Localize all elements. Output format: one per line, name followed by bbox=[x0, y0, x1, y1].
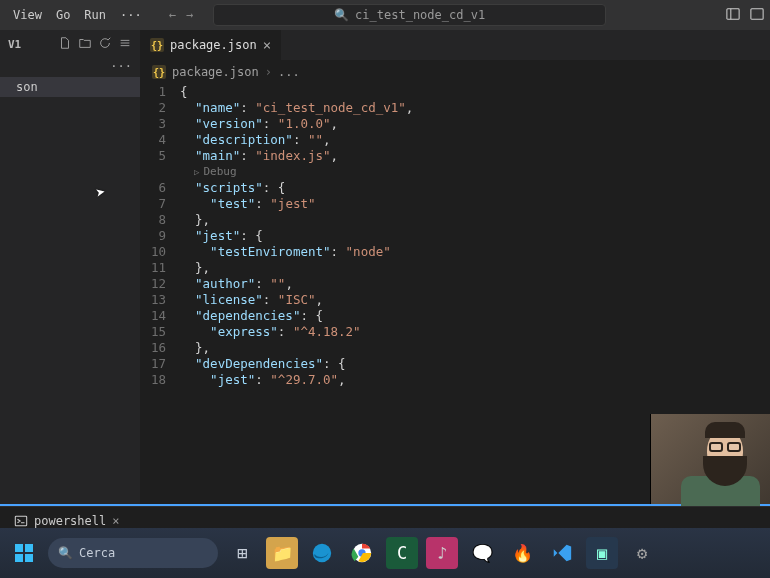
taskbar-app-edge[interactable] bbox=[306, 537, 338, 569]
taskbar-app-chrome[interactable] bbox=[346, 537, 378, 569]
nav-back-icon[interactable]: ← bbox=[169, 8, 176, 22]
taskbar-app-generic-2[interactable]: ♪ bbox=[426, 537, 458, 569]
windows-taskbar: 🔍 Cerca ⊞ 📁 C ♪ 🗨️ 🔥 ▣ ⚙ bbox=[0, 528, 770, 578]
code-line[interactable]: 18 "jest": "^29.7.0", bbox=[140, 372, 770, 388]
terminal-tab-label: powershell bbox=[34, 514, 106, 528]
tab-filename: package.json bbox=[170, 38, 257, 52]
taskbar-app-generic-6[interactable]: ⚙ bbox=[626, 537, 658, 569]
webcam-overlay bbox=[650, 414, 770, 504]
task-view-icon[interactable]: ⊞ bbox=[226, 537, 258, 569]
new-file-icon[interactable] bbox=[58, 36, 72, 53]
file-item-package-json[interactable]: son bbox=[0, 77, 140, 97]
tab-package-json[interactable]: {} package.json × bbox=[140, 30, 281, 60]
editor-tab-bar: {} package.json × bbox=[140, 30, 770, 60]
code-line[interactable]: 13 "license": "ISC", bbox=[140, 292, 770, 308]
chevron-right-icon: › bbox=[265, 65, 272, 79]
code-line[interactable]: 6 "scripts": { bbox=[140, 180, 770, 196]
code-line[interactable]: 3 "version": "1.0.0", bbox=[140, 116, 770, 132]
code-line[interactable]: 2 "name": "ci_test_node_cd_v1", bbox=[140, 100, 770, 116]
layout-sidebar-icon[interactable] bbox=[750, 7, 764, 24]
code-line[interactable]: 7 "test": "jest" bbox=[140, 196, 770, 212]
taskbar-app-generic-1[interactable]: C bbox=[386, 537, 418, 569]
code-line[interactable]: 11 }, bbox=[140, 260, 770, 276]
menu-overflow[interactable]: ··· bbox=[113, 8, 149, 22]
svg-rect-5 bbox=[25, 544, 33, 552]
code-line[interactable]: 8 }, bbox=[140, 212, 770, 228]
taskbar-app-generic-5[interactable]: ▣ bbox=[586, 537, 618, 569]
taskbar-search-placeholder: Cerca bbox=[79, 546, 115, 560]
svg-rect-0 bbox=[727, 8, 739, 19]
search-icon: 🔍 bbox=[58, 546, 73, 560]
title-bar: View Go Run ··· ← → 🔍 ci_test_node_cd_v1 bbox=[0, 0, 770, 30]
codelens-debug[interactable]: ▷ Debug bbox=[140, 164, 770, 180]
json-file-icon: {} bbox=[150, 38, 164, 52]
refresh-icon[interactable] bbox=[98, 36, 112, 53]
code-line[interactable]: 15 "express": "^4.18.2" bbox=[140, 324, 770, 340]
json-file-icon: {} bbox=[152, 65, 166, 79]
explorer-title: V1 bbox=[8, 38, 21, 51]
breadcrumb-more: ... bbox=[278, 65, 300, 79]
taskbar-search[interactable]: 🔍 Cerca bbox=[48, 538, 218, 568]
taskbar-app-generic-3[interactable]: 🗨️ bbox=[466, 537, 498, 569]
code-line[interactable]: 12 "author": "", bbox=[140, 276, 770, 292]
code-line[interactable]: 10 "testEnviroment": "node" bbox=[140, 244, 770, 260]
code-line[interactable]: 14 "dependencies": { bbox=[140, 308, 770, 324]
search-label: ci_test_node_cd_v1 bbox=[355, 8, 485, 22]
search-icon: 🔍 bbox=[334, 8, 349, 22]
svg-rect-6 bbox=[15, 554, 23, 562]
menu-item-view[interactable]: View bbox=[6, 8, 49, 22]
sidebar-more-button[interactable]: ··· bbox=[0, 59, 140, 77]
code-line[interactable]: 16 }, bbox=[140, 340, 770, 356]
collapse-icon[interactable] bbox=[118, 36, 132, 53]
menu-item-go[interactable]: Go bbox=[49, 8, 77, 22]
code-line[interactable]: 4 "description": "", bbox=[140, 132, 770, 148]
start-button[interactable] bbox=[8, 537, 40, 569]
code-line[interactable]: 5 "main": "index.js", bbox=[140, 148, 770, 164]
nav-forward-icon[interactable]: → bbox=[186, 8, 193, 22]
close-tab-icon[interactable]: × bbox=[263, 37, 271, 53]
svg-rect-7 bbox=[25, 554, 33, 562]
breadcrumb[interactable]: {} package.json › ... bbox=[140, 60, 770, 84]
code-line[interactable]: 1{ bbox=[140, 84, 770, 100]
svg-rect-2 bbox=[751, 8, 763, 19]
layout-panel-icon[interactable] bbox=[726, 7, 740, 24]
new-folder-icon[interactable] bbox=[78, 36, 92, 53]
command-center-search[interactable]: 🔍 ci_test_node_cd_v1 bbox=[213, 4, 606, 26]
svg-rect-4 bbox=[15, 544, 23, 552]
breadcrumb-file: package.json bbox=[172, 65, 259, 79]
taskbar-app-vscode[interactable] bbox=[546, 537, 578, 569]
explorer-sidebar: V1 ··· son bbox=[0, 30, 140, 506]
code-line[interactable]: 17 "devDependencies": { bbox=[140, 356, 770, 372]
menu-item-run[interactable]: Run bbox=[77, 8, 113, 22]
taskbar-app-explorer[interactable]: 📁 bbox=[266, 537, 298, 569]
code-line[interactable]: 9 "jest": { bbox=[140, 228, 770, 244]
nav-arrows: ← → bbox=[169, 8, 193, 22]
taskbar-app-generic-4[interactable]: 🔥 bbox=[506, 537, 538, 569]
close-terminal-icon[interactable]: × bbox=[112, 514, 119, 528]
